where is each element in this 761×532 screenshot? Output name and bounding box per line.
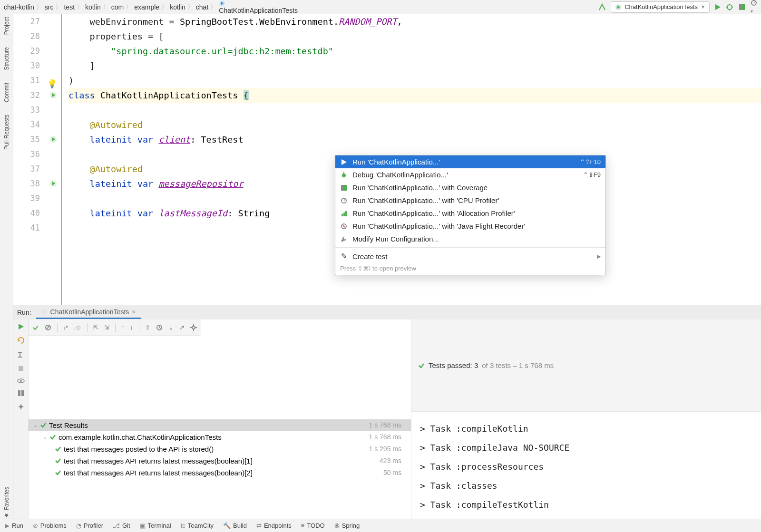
test-tree-row[interactable]: test that messages API returns latest me… xyxy=(29,467,411,479)
test-tree-row[interactable]: ⌄com.example.kotlin.chat.ChatKotlinAppli… xyxy=(29,431,411,443)
chevron-down-icon[interactable]: ⌄ xyxy=(33,422,38,428)
code-editor[interactable]: 2728293031💡32333435363738394041 webEnvir… xyxy=(13,14,761,305)
build-icon[interactable] xyxy=(598,3,606,11)
import-icon[interactable]: ⤓ xyxy=(168,324,174,331)
context-menu-item[interactable]: Debug 'ChatKotlinApplicatio...'⌃⇧F9 xyxy=(335,168,605,181)
run-icon: ▶ xyxy=(5,522,10,529)
test-ok-icon xyxy=(50,434,56,440)
rail-favorites[interactable]: ★ Favorites xyxy=(3,487,10,519)
debug-icon[interactable] xyxy=(726,3,733,11)
test-tree[interactable]: ⌄Test Results1 s 768 ms⌄com.example.kotl… xyxy=(29,417,411,519)
breadcrumb-segment[interactable]: kotlin xyxy=(84,3,102,11)
summary-passed: Tests passed: 3 xyxy=(429,361,478,369)
run-context-menu: Run 'ChatKotlinApplicatio...'⌃⇧F10Debug … xyxy=(335,155,606,275)
console-output[interactable]: > Task :compileKotlin> Task :compileJava… xyxy=(411,412,761,519)
breadcrumb-segment[interactable]: kotlin xyxy=(169,3,186,11)
breadcrumb-segment[interactable]: example xyxy=(133,3,160,11)
context-menu-item[interactable]: Run 'ChatKotlinApplicatio...' with 'Java… xyxy=(335,220,605,232)
toggle-passed-icon[interactable] xyxy=(32,324,39,331)
teamcity-icon: tc xyxy=(181,522,185,529)
svg-rect-16 xyxy=(341,214,343,216)
bottom-bar-run[interactable]: ▶Run xyxy=(5,522,23,529)
prev-test-icon[interactable]: ↑ xyxy=(121,324,125,331)
test-tree-row[interactable]: test that messages API returns latest me… xyxy=(29,455,411,467)
gutter-run-icon[interactable] xyxy=(49,135,57,143)
open-ext-icon[interactable]: ↗ xyxy=(179,324,185,331)
bottom-bar-problems[interactable]: ⊘Problems xyxy=(33,522,67,529)
next-test-icon[interactable]: ↓ xyxy=(130,324,134,331)
run-panel-title: Run: xyxy=(17,309,31,316)
line-gutter[interactable]: 2728293031💡32333435363738394041 xyxy=(13,14,61,305)
svg-point-2 xyxy=(727,5,732,10)
rail-pull-requests[interactable]: Pull Requests xyxy=(3,115,10,150)
context-menu-create-test[interactable]: ✎Create test▶ xyxy=(335,250,605,263)
rerun-icon[interactable] xyxy=(18,323,24,330)
play-icon xyxy=(340,159,348,165)
gutter-run-icon[interactable] xyxy=(49,91,57,99)
context-menu-item[interactable]: Run 'ChatKotlinApplicatio...' with Cover… xyxy=(335,181,605,194)
coverage-icon xyxy=(340,184,348,191)
breadcrumb-segment[interactable]: chat-kotlin xyxy=(3,3,35,11)
coverage-icon[interactable] xyxy=(738,3,746,11)
close-tab-icon[interactable]: × xyxy=(132,308,136,316)
bottom-bar-terminal[interactable]: ▣Terminal xyxy=(140,522,171,529)
rail-structure[interactable]: Structure xyxy=(3,47,10,70)
test-tree-row[interactable]: test that messages posted to the API is … xyxy=(29,443,411,455)
bottom-bar-profiler[interactable]: ◔Profiler xyxy=(76,522,103,529)
bottom-bar-spring[interactable]: ❀Spring xyxy=(334,522,360,529)
breadcrumb-segment[interactable]: ChatKotlinApplicationTests xyxy=(218,0,299,14)
stop-icon[interactable] xyxy=(18,365,24,372)
run-tab-active[interactable]: ChatKotlinApplicationTests × xyxy=(36,306,141,319)
breadcrumb-segment[interactable]: src xyxy=(44,3,55,11)
context-menu-item[interactable]: Modify Run Configuration... xyxy=(335,232,605,245)
profiler-icon: ◔ xyxy=(76,522,81,529)
svg-rect-13 xyxy=(341,185,344,191)
bottom-bar-teamcity[interactable]: tcTeamCity xyxy=(181,522,214,529)
rail-project[interactable]: Project xyxy=(3,17,10,35)
test-ok-icon xyxy=(55,446,61,452)
svg-rect-21 xyxy=(19,366,23,371)
wrench-icon xyxy=(340,236,348,242)
pin-icon[interactable] xyxy=(18,403,24,410)
profiler-dropdown-icon[interactable]: ▾ xyxy=(751,0,758,14)
run-icon[interactable] xyxy=(714,4,721,10)
context-menu-item[interactable]: Run 'ChatKotlinApplicatio...'⌃⇧F10 xyxy=(335,155,605,168)
run-left-actions xyxy=(13,319,29,519)
breadcrumb-segment[interactable]: com xyxy=(110,3,125,11)
run-tab-label: ChatKotlinApplicationTests xyxy=(50,308,129,316)
intention-bulb-icon[interactable]: 💡 xyxy=(47,77,57,91)
svg-rect-18 xyxy=(345,211,347,216)
chevron-down-icon[interactable]: ⌄ xyxy=(43,434,47,440)
bottom-bar-endpoints[interactable]: ⇄Endpoints xyxy=(256,522,292,529)
expand-all-icon[interactable]: ⇱ xyxy=(93,324,98,331)
rail-commit[interactable]: Commit xyxy=(3,83,10,102)
run-tool-window: Run: ChatKotlinApplicationTests × xyxy=(13,305,761,519)
file-icon xyxy=(219,0,298,7)
gear-icon[interactable] xyxy=(190,324,197,331)
layout-icon[interactable] xyxy=(18,390,24,397)
test-summary: Tests passed: 3 of 3 tests – 1 s 768 ms xyxy=(411,319,761,412)
bottom-bar-git[interactable]: ⎇Git xyxy=(113,522,130,529)
breadcrumb-segment[interactable]: chat xyxy=(195,3,209,11)
history-icon[interactable] xyxy=(156,324,163,331)
run-configuration-selector[interactable]: ChatKotlinApplicationTests ▼ xyxy=(611,1,710,13)
toggle-ignored-icon[interactable] xyxy=(45,324,51,331)
test-tree-row[interactable]: ⌄Test Results1 s 768 ms xyxy=(29,419,411,431)
breadcrumb[interactable]: chat-kotlin〉src〉test〉kotlin〉com〉example〉… xyxy=(3,0,299,14)
breadcrumb-segment[interactable]: test xyxy=(63,3,76,11)
watch-icon[interactable] xyxy=(17,378,25,383)
context-menu-item[interactable]: Run 'ChatKotlinApplicatio...' with 'Allo… xyxy=(335,207,605,220)
settings-icon[interactable] xyxy=(17,351,25,358)
context-menu-item[interactable]: Run 'ChatKotlinApplicatio...' with 'CPU … xyxy=(335,194,605,207)
bottom-bar-todo[interactable]: ≡TODO xyxy=(301,522,325,529)
svg-rect-14 xyxy=(344,185,347,191)
collapse-all-icon[interactable]: ⇲ xyxy=(104,324,109,331)
profiler-icon xyxy=(340,197,348,204)
sort-time-icon[interactable]: ↓⏲ xyxy=(74,325,82,330)
gutter-run-icon[interactable] xyxy=(49,180,57,187)
svg-rect-17 xyxy=(343,213,345,216)
export-icon[interactable]: ⇪ xyxy=(145,324,150,331)
rerun-failed-icon[interactable] xyxy=(17,337,25,344)
sort-alpha-icon[interactable]: ↓ª xyxy=(63,325,68,330)
bottom-bar-build[interactable]: 🔨Build xyxy=(223,522,247,529)
